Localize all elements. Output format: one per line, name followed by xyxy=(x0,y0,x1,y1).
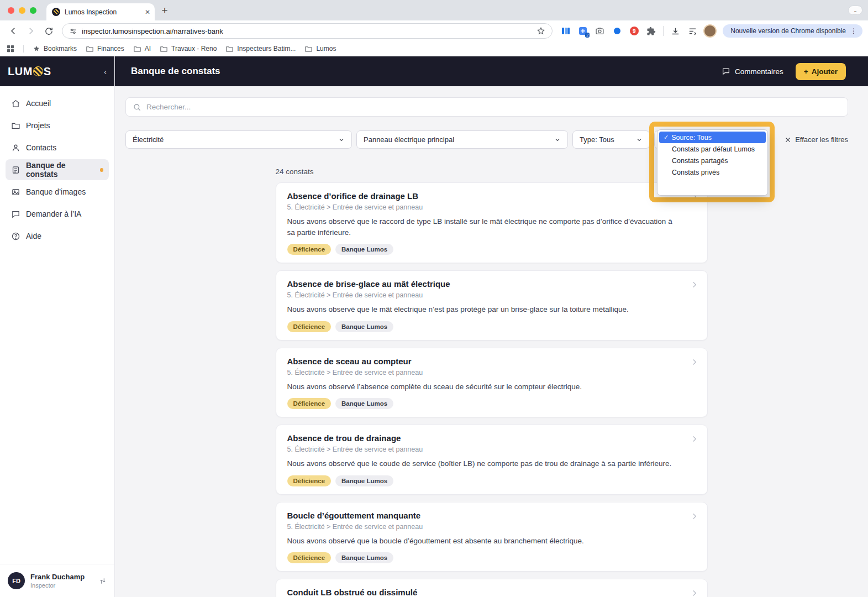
bookmark-folder-inspecteurs[interactable]: Inspecteurs Batim... xyxy=(225,45,296,53)
constat-breadcrumb: 5. Électricité > Entrée de service et pa… xyxy=(287,369,696,376)
comment-icon xyxy=(722,67,730,76)
constat-description: Nous avons observé l’absence complète du… xyxy=(287,381,696,392)
search-input[interactable] xyxy=(146,103,841,111)
clear-filters-button[interactable]: Effacer les filtres xyxy=(785,135,848,144)
extensions-puzzle-icon[interactable] xyxy=(644,24,659,39)
chevron-right-icon[interactable] xyxy=(690,588,699,597)
constat-card[interactable]: Absence d’orifice de drainage LB 5. Élec… xyxy=(276,182,708,263)
constat-title: Absence de sceau au compteur xyxy=(287,357,696,366)
folder-icon xyxy=(225,45,234,53)
sidebar-item-banque-d-images[interactable]: Banque d’images xyxy=(6,181,109,202)
reading-list-icon[interactable] xyxy=(685,24,700,39)
profile-avatar[interactable] xyxy=(702,24,717,39)
folder-icon xyxy=(133,45,141,53)
bookmark-folder-ai[interactable]: AI xyxy=(133,45,151,53)
sidebar-item-accueil[interactable]: Accueil xyxy=(6,93,109,114)
user-switcher-icon[interactable] xyxy=(99,577,107,585)
deficience-badge: Déficience xyxy=(287,398,332,409)
collapse-sidebar-button[interactable]: ‹ xyxy=(104,67,107,76)
user-profile[interactable]: FD Frank Duchamp Inspector xyxy=(0,564,114,597)
constat-card[interactable]: Absence de trou de drainage 5. Électrici… xyxy=(276,425,708,495)
constat-card[interactable]: Boucle d’égouttement manquante 5. Électr… xyxy=(276,502,708,572)
search-icon xyxy=(133,103,141,112)
new-tab-button[interactable]: + xyxy=(157,3,172,18)
dropdown-option-constats-prives[interactable]: Constats privés xyxy=(659,166,766,178)
notification-badge: 9 xyxy=(630,27,639,35)
apps-grid-icon[interactable] xyxy=(7,45,14,53)
sidebar-item-aide[interactable]: Aide xyxy=(6,226,109,247)
constat-breadcrumb: 5. Électricité > Entrée de service et pa… xyxy=(287,291,696,299)
source-dropdown-popup: ✓ Source: Tous Constats par défaut Lumos… xyxy=(657,129,768,196)
sidebar-nav: Accueil Projets Contacts Banque de const… xyxy=(0,86,114,247)
star-icon xyxy=(33,45,40,53)
browser-menu-kebab-icon[interactable]: ⋮ xyxy=(850,27,857,35)
browser-tab[interactable]: Lumos Inspection ✕ xyxy=(46,3,155,20)
chevron-right-icon[interactable] xyxy=(690,511,699,521)
browser-tab-strip: Lumos Inspection ✕ + ⌄ xyxy=(0,0,868,20)
dropdown-option-constats-par-defaut[interactable]: Constats par défaut Lumos xyxy=(659,143,766,155)
sidebar-item-banque-de-constats[interactable]: Banque de constats xyxy=(6,159,109,180)
blue-dot-extension-icon[interactable] xyxy=(609,24,624,39)
tab-close-icon[interactable]: ✕ xyxy=(145,8,150,16)
chevron-right-icon[interactable] xyxy=(690,280,699,290)
notification-count-extension-icon[interactable]: 9 xyxy=(627,24,641,39)
filter-type-select[interactable]: Type: Tous xyxy=(572,130,650,149)
tab-search-button[interactable]: ⌄ xyxy=(848,6,862,15)
camera-extension-icon[interactable] xyxy=(592,24,607,39)
bookmark-star-icon[interactable] xyxy=(536,27,545,35)
filter-section-select[interactable]: Panneau électrique principal xyxy=(356,130,568,149)
columns-extension-icon[interactable] xyxy=(558,24,573,39)
sidebar-item-projets[interactable]: Projets xyxy=(6,115,109,136)
constat-description: Nous avons observé que le coude de servi… xyxy=(287,458,696,469)
bookmarks-folder-root[interactable]: Bookmarks xyxy=(33,45,77,53)
sidebar-item-demander-a-l-ia[interactable]: Demander à l’IA xyxy=(6,203,109,224)
constat-description: Nous avons observé que la boucle d’égout… xyxy=(287,536,696,547)
constat-breadcrumb: 5. Électricité > Entrée de service et pa… xyxy=(287,523,696,531)
forward-button[interactable] xyxy=(23,23,39,39)
reload-button[interactable] xyxy=(41,23,56,39)
bookmark-folder-finances[interactable]: Finances xyxy=(86,45,124,53)
constat-description: Nous avons observé que le raccord de typ… xyxy=(287,216,696,238)
omnibox[interactable]: inspector.lumosinspection.ai/narratives-… xyxy=(62,23,553,39)
constat-card[interactable]: Absence de brise-glace au mât électrique… xyxy=(276,270,708,341)
chevron-right-icon[interactable] xyxy=(690,434,699,444)
browser-toolbar: inspector.lumosinspection.ai/narratives-… xyxy=(0,20,868,41)
help-icon xyxy=(11,232,20,241)
dropdown-option-source-tous[interactable]: ✓ Source: Tous xyxy=(659,132,766,143)
image-icon xyxy=(11,187,20,197)
page-header: Banque de constats Commentaires + Ajoute… xyxy=(115,56,868,86)
downloads-icon[interactable] xyxy=(668,24,683,39)
close-window-button[interactable] xyxy=(8,7,14,14)
comments-button[interactable]: Commentaires xyxy=(722,67,783,76)
constat-description: Nous avons observé que le mât électrique… xyxy=(287,304,696,315)
badged-extension-icon[interactable]: 2 xyxy=(575,24,590,39)
deficience-badge: Déficience xyxy=(287,321,332,332)
constat-card[interactable]: Conduit LB obstrué ou dissimulé 5. Élect… xyxy=(276,579,708,597)
folder-icon xyxy=(160,45,168,53)
constat-title: Absence d’orifice de drainage LB xyxy=(287,191,696,201)
constat-title: Absence de brise-glace au mât électrique xyxy=(287,279,696,289)
bookmark-folder-lumos[interactable]: Lumos xyxy=(304,45,336,53)
constat-title: Absence de trou de drainage xyxy=(287,433,696,443)
chrome-update-button[interactable]: Nouvelle version de Chrome disponible ⋮ xyxy=(723,24,862,38)
sidebar-item-contacts[interactable]: Contacts xyxy=(6,137,109,158)
zoom-window-button[interactable] xyxy=(30,7,36,14)
back-button[interactable] xyxy=(6,23,21,39)
dropdown-option-constats-partages[interactable]: Constats partagés xyxy=(659,155,766,166)
chevron-right-icon[interactable] xyxy=(690,357,699,367)
tab-favicon-icon xyxy=(52,8,60,16)
deficience-badge: Déficience xyxy=(287,552,332,563)
filter-discipline-select[interactable]: Électricité xyxy=(125,130,352,149)
constat-card[interactable]: Absence de sceau au compteur 5. Électric… xyxy=(276,348,708,418)
plus-icon: + xyxy=(804,67,808,76)
constat-title: Conduit LB obstrué ou dissimulé xyxy=(287,588,696,597)
folder-icon xyxy=(304,45,313,53)
search-bar[interactable] xyxy=(125,97,848,117)
check-icon: ✓ xyxy=(664,134,669,141)
minimize-window-button[interactable] xyxy=(19,7,25,14)
bookmark-folder-travaux[interactable]: Travaux - Reno xyxy=(160,45,217,53)
add-button[interactable]: + Ajouter xyxy=(796,63,846,80)
chat-icon xyxy=(11,210,20,219)
page-title: Banque de constats xyxy=(131,66,220,77)
site-info-icon[interactable] xyxy=(69,27,77,35)
